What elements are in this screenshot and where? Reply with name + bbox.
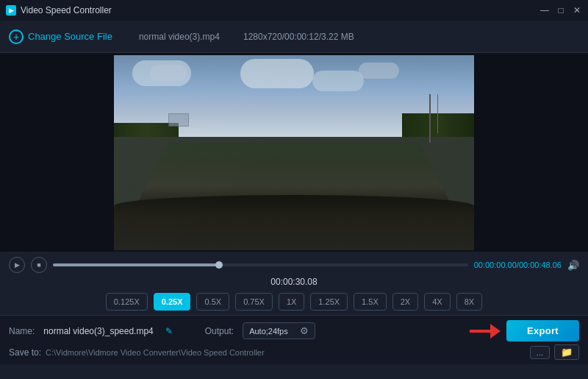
- speed-row: 0.125X0.25X0.5X0.75X1X1.25X1.5X2X4X8X: [9, 288, 579, 315]
- cloud: [240, 59, 314, 88]
- edit-icon[interactable]: ✎: [165, 326, 173, 336]
- speed-btn-1X[interactable]: 1X: [279, 293, 304, 311]
- arrow-head: [490, 324, 501, 339]
- gear-icon[interactable]: ⚙: [300, 325, 309, 336]
- saveto-left: Save to: C:\Vidmore\Vidmore Video Conver…: [9, 347, 530, 358]
- speed-btn-4X[interactable]: 4X: [424, 293, 450, 311]
- time-display: 00:00:00.00/00:00:48.06: [474, 261, 562, 269]
- speed-btn-1_5X[interactable]: 1.5X: [354, 293, 387, 311]
- file-name: normal video(3).mp4: [139, 32, 220, 42]
- maximize-button[interactable]: □: [556, 5, 566, 15]
- saveto-label: Save to:: [9, 347, 41, 358]
- output-value-text: Auto;24fps: [249, 327, 288, 336]
- cloud: [150, 65, 187, 81]
- arrow-shaft: [470, 330, 492, 333]
- speed-btn-8X[interactable]: 8X: [456, 293, 482, 311]
- name-label: Name:: [9, 326, 35, 336]
- open-folder-button[interactable]: 📁: [554, 344, 579, 360]
- cloud: [312, 71, 364, 91]
- progress-dot: [215, 261, 223, 269]
- toolbar: + Change Source File normal video(3).mp4…: [0, 21, 588, 53]
- cloud: [359, 63, 399, 79]
- timeline-row: ▶ ■ 00:00:00.00/00:00:48.06 🔊: [9, 255, 579, 275]
- close-button[interactable]: ✕: [572, 5, 582, 15]
- output-value: Auto;24fps ⚙: [243, 322, 315, 339]
- minimize-button[interactable]: —: [539, 5, 550, 15]
- browse-button[interactable]: ...: [530, 346, 550, 359]
- speed-btn-0_125X[interactable]: 0.125X: [106, 293, 148, 311]
- change-source-label: Change Source File: [28, 31, 112, 42]
- titlebar: ▶ Video Speed Controller — □ ✕: [0, 0, 588, 21]
- saveto-right: ... 📁: [530, 344, 579, 360]
- speed-btn-0_25X[interactable]: 0.25X: [154, 293, 191, 311]
- stop-button[interactable]: ■: [31, 257, 47, 273]
- progress-bar[interactable]: [53, 263, 468, 266]
- speed-btn-0_75X[interactable]: 0.75X: [235, 293, 273, 311]
- video-area: [0, 53, 588, 252]
- time-center: 00:00:30.08: [9, 277, 579, 287]
- saveto-path: C:\Vidmore\Vidmore Video Converter\Video…: [46, 348, 530, 357]
- export-section: Export: [470, 320, 579, 341]
- titlebar-title: Video Speed Controller: [21, 5, 112, 15]
- speed-btn-1_25X[interactable]: 1.25X: [310, 293, 348, 311]
- plus-circle-icon: +: [9, 29, 24, 44]
- name-output-row: Name: normal video(3)_speed.mp4 ✎ Output…: [9, 320, 579, 341]
- window-controls: — □ ✕: [539, 5, 582, 15]
- export-button[interactable]: Export: [506, 320, 579, 341]
- powerlines: [429, 94, 431, 143]
- app-icon: ▶: [6, 5, 16, 15]
- red-arrow: [470, 324, 501, 339]
- speed-btn-2X[interactable]: 2X: [392, 293, 418, 311]
- filename-text: normal video(3)_speed.mp4: [43, 326, 153, 336]
- time-total: 00:00:48.06: [519, 261, 562, 269]
- time-current: 00:00:00.00: [474, 261, 517, 269]
- output-label: Output:: [205, 326, 234, 336]
- speed-btn-0_5X[interactable]: 0.5X: [196, 293, 229, 311]
- titlebar-left: ▶ Video Speed Controller: [6, 5, 112, 15]
- play-button[interactable]: ▶: [9, 257, 25, 273]
- controls-area: ▶ ■ 00:00:00.00/00:00:48.06 🔊 00:00:30.0…: [0, 252, 588, 315]
- video-preview: [114, 55, 474, 250]
- volume-icon[interactable]: 🔊: [567, 260, 579, 271]
- saveto-row: Save to: C:\Vidmore\Vidmore Video Conver…: [9, 344, 579, 360]
- progress-filled: [53, 263, 219, 266]
- billboard: [168, 113, 189, 127]
- powerline-2: [437, 94, 438, 133]
- bottom-panel: Name: normal video(3)_speed.mp4 ✎ Output…: [0, 315, 588, 364]
- dashboard: [114, 195, 474, 249]
- change-source-button[interactable]: + Change Source File: [9, 29, 112, 44]
- file-meta: 1280x720/00:00:12/3.22 MB: [243, 32, 354, 42]
